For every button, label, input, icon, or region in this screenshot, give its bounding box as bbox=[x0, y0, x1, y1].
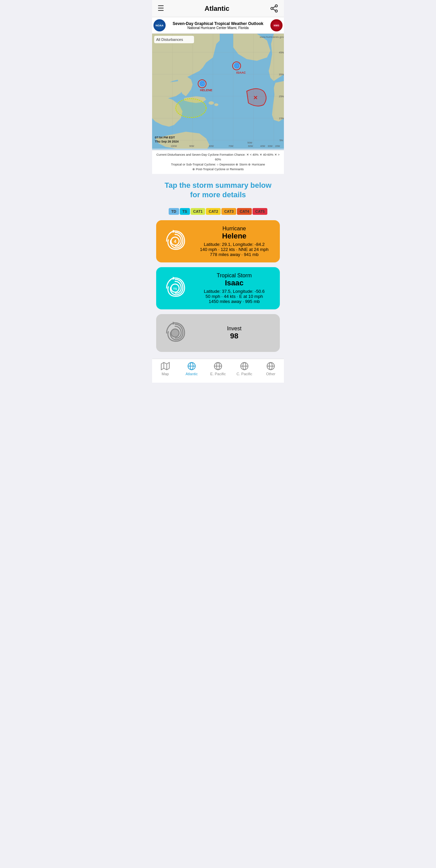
helene-info: Hurricane Helene Latitude: 29.1, Longitu… bbox=[194, 226, 274, 257]
noaa-logo: NOAA bbox=[153, 19, 166, 31]
invest98-icon bbox=[162, 320, 189, 347]
svg-text:40W: 40W bbox=[260, 145, 265, 147]
svg-text:All Disturbances: All Disturbances bbox=[156, 37, 183, 42]
globe-icon-atlantic bbox=[187, 362, 196, 371]
svg-point-51 bbox=[171, 329, 179, 337]
map-icon bbox=[161, 362, 170, 371]
category-pill-cat2: CAT2 bbox=[206, 208, 221, 215]
nav-label-map: Map bbox=[162, 372, 169, 376]
share-icon[interactable] bbox=[270, 4, 278, 13]
map-legend: Current Disturbances and Seven-Day Cyclo… bbox=[152, 150, 284, 174]
isaac-speed: 50 mph · 44 kts · E at 10 mph bbox=[194, 294, 274, 299]
map-subtitle: National Hurricane Center Miami, Florida bbox=[166, 26, 270, 30]
svg-text:100W: 100W bbox=[171, 145, 177, 147]
helene-speed: 140 mph · 122 kts · NNE at 24 mph bbox=[194, 247, 274, 252]
legend-line1: Current Disturbances and Seven-Day Cyclo… bbox=[155, 152, 281, 162]
svg-text:Thu Sep 26 2024: Thu Sep 26 2024 bbox=[155, 140, 179, 143]
storm-card-invest98[interactable]: Invest 98 bbox=[156, 314, 280, 352]
svg-text:30W: 30W bbox=[268, 145, 273, 147]
legend-line3: ⊗ Post-Tropical Cyclone or Remnants bbox=[155, 167, 281, 172]
app-header: ☰ Atlantic bbox=[152, 0, 284, 17]
storm-card-helene[interactable]: 4 Hurricane Helene Latitude: 29.1, Longi… bbox=[156, 220, 280, 262]
storm-card-isaac[interactable]: TS Tropical Storm Isaac Latitude: 37.5, … bbox=[156, 267, 280, 309]
category-pill-cat1: CAT1 bbox=[191, 208, 205, 215]
nws-logo: NWS bbox=[270, 19, 283, 31]
svg-text:35N: 35N bbox=[279, 73, 284, 76]
map-section: NOAA Seven-Day Graphical Tropical Weathe… bbox=[152, 17, 284, 174]
svg-text:www.hurricanes.gov: www.hurricanes.gov bbox=[259, 35, 284, 39]
svg-text:80W: 80W bbox=[209, 145, 214, 147]
nav-item-other[interactable]: Other bbox=[261, 362, 281, 376]
svg-text:60W: 60W bbox=[248, 145, 253, 147]
isaac-coords: Latitude: 37.5, Longitude: -50.6 bbox=[194, 289, 274, 294]
category-pill-cat5: CAT5 bbox=[252, 208, 267, 215]
nav-label-atlantic: Atlantic bbox=[186, 372, 198, 376]
map-header-center: Seven-Day Graphical Tropical Weather Out… bbox=[166, 21, 270, 30]
svg-point-6 bbox=[209, 101, 214, 105]
globe-icon-other bbox=[266, 362, 275, 371]
invest98-type: Invest bbox=[194, 326, 274, 332]
map-image[interactable]: 45N 35N 25N 15N 5N 100W 90W 80W 70W 60W … bbox=[152, 34, 284, 150]
helene-coords: Latitude: 29.1, Longitude: -84.2 bbox=[194, 242, 274, 247]
svg-text:20W: 20W bbox=[275, 145, 280, 147]
helene-name: Helene bbox=[194, 232, 274, 240]
category-bar: TDTSCAT1CAT2CAT3CAT4CAT5 bbox=[152, 205, 284, 220]
bottom-nav: Map Atlantic E. Pacific C. Pacific bbox=[152, 359, 284, 383]
invest98-info: Invest 98 bbox=[194, 326, 274, 340]
svg-marker-52 bbox=[161, 362, 169, 370]
svg-text:ISAAC: ISAAC bbox=[236, 71, 246, 74]
svg-text:TS: TS bbox=[173, 287, 177, 290]
category-pill-cat3: CAT3 bbox=[221, 208, 236, 215]
svg-text:🌀: 🌀 bbox=[234, 63, 240, 69]
invest98-name: 98 bbox=[194, 332, 274, 340]
nav-item-map[interactable]: Map bbox=[155, 362, 175, 376]
svg-text:5N: 5N bbox=[280, 139, 283, 142]
svg-point-7 bbox=[214, 103, 218, 106]
nav-label-cpacific: C. Pacific bbox=[237, 372, 252, 376]
svg-text:4: 4 bbox=[174, 239, 176, 244]
category-pill-cat4: CAT4 bbox=[237, 208, 252, 215]
svg-line-4 bbox=[273, 6, 275, 8]
map-header: NOAA Seven-Day Graphical Tropical Weathe… bbox=[152, 17, 284, 34]
svg-text:HELENE: HELENE bbox=[200, 88, 213, 92]
menu-icon[interactable]: ☰ bbox=[158, 4, 164, 13]
page-title: Atlantic bbox=[204, 5, 229, 12]
nav-item-cpacific[interactable]: C. Pacific bbox=[234, 362, 255, 376]
globe-icon-cpacific bbox=[240, 362, 249, 371]
isaac-icon: TS bbox=[162, 275, 189, 302]
svg-text:07:54 PM EDT: 07:54 PM EDT bbox=[155, 136, 175, 139]
legend-line2: Tropical or Sub-Tropical Cyclone: ○ Depr… bbox=[155, 162, 281, 167]
svg-text:🌀: 🌀 bbox=[199, 81, 205, 86]
helene-icon: 4 bbox=[162, 228, 189, 255]
nav-item-epacific[interactable]: E. Pacific bbox=[208, 362, 228, 376]
helene-distance: 778 miles away · 941 mb bbox=[194, 252, 274, 257]
svg-text:90W: 90W bbox=[189, 145, 194, 147]
map-title: Seven-Day Graphical Tropical Weather Out… bbox=[166, 21, 270, 26]
svg-text:25N: 25N bbox=[279, 95, 284, 98]
svg-point-34 bbox=[176, 99, 206, 118]
helene-type: Hurricane bbox=[194, 226, 274, 232]
storm-cards-container: 4 Hurricane Helene Latitude: 29.1, Longi… bbox=[152, 220, 284, 352]
svg-text:50W: 50W bbox=[247, 142, 252, 144]
tap-message: Tap the storm summary below for more det… bbox=[152, 174, 284, 205]
nav-label-other: Other bbox=[266, 372, 275, 376]
svg-text:70W: 70W bbox=[228, 145, 234, 147]
category-pill-ts: TS bbox=[180, 208, 190, 215]
svg-text:✕: ✕ bbox=[253, 95, 258, 101]
isaac-name: Isaac bbox=[194, 279, 274, 287]
isaac-type: Tropical Storm bbox=[194, 273, 274, 279]
globe-icon-epacific bbox=[214, 362, 222, 371]
nav-item-atlantic[interactable]: Atlantic bbox=[181, 362, 202, 376]
isaac-info: Tropical Storm Isaac Latitude: 37.5, Lon… bbox=[194, 273, 274, 304]
isaac-distance: 1450 miles away · 995 mb bbox=[194, 299, 274, 304]
svg-text:15N: 15N bbox=[279, 117, 284, 120]
category-pill-td: TD bbox=[169, 208, 179, 215]
svg-text:45N: 45N bbox=[279, 51, 284, 54]
svg-line-3 bbox=[273, 9, 275, 10]
nav-label-epacific: E. Pacific bbox=[210, 372, 226, 376]
